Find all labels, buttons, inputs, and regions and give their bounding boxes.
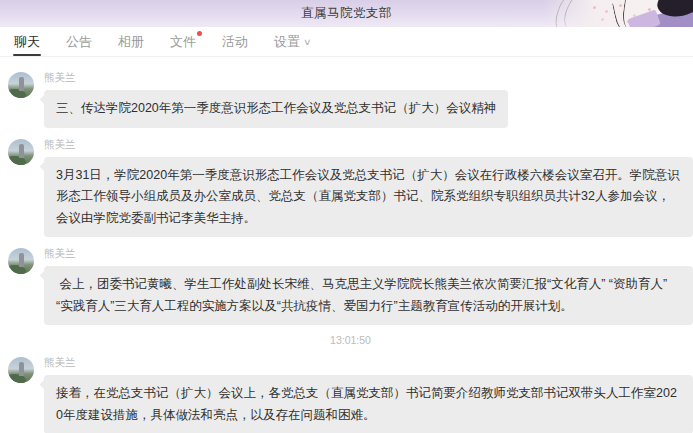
avatar[interactable] [8, 72, 34, 98]
tab-announcement-label: 公告 [66, 33, 92, 51]
avatar[interactable] [8, 139, 34, 165]
timestamp: 13:01:50 [8, 334, 693, 346]
avatar-landscape [19, 253, 24, 267]
sender-name[interactable]: 熊美兰 [44, 356, 693, 370]
message-row: 熊美兰 3月31日，学院2020年第一季度意识形态工作会议及党总支书记（扩大）会… [8, 137, 693, 238]
message-bubble[interactable]: 会上，团委书记黄曦、学生工作处副处长宋维、马克思主义学院院长熊美兰依次简要汇报“… [44, 266, 693, 325]
tab-chat[interactable]: 聊天 [14, 27, 40, 56]
message-row: 熊美兰 接着，在党总支书记（扩大）会议上，各党总支（直属党支部）书记简要介绍教师… [8, 355, 693, 433]
message-row: 熊美兰 三、传达学院2020年第一季度意识形态工作会议及党总支书记（扩大）会议精… [8, 70, 693, 128]
new-content-badge-dot [197, 31, 202, 36]
message-row: 熊美兰 会上，团委书记黄曦、学生工作处副处长宋维、马克思主义学院院长熊美兰依次简… [8, 246, 693, 325]
tab-announcement[interactable]: 公告 [66, 27, 92, 56]
message-bubble[interactable]: 三、传达学院2020年第一季度意识形态工作会议及党总支书记（扩大）会议精神 [44, 90, 508, 128]
tab-files-label: 文件 [170, 33, 196, 51]
tab-activity[interactable]: 活动 [222, 27, 248, 56]
avatar-landscape [19, 77, 24, 91]
tab-bar: 聊天 公告 相册 文件 活动 设置 ∨ [0, 27, 693, 57]
message-bubble[interactable]: 接着，在党总支书记（扩大）会议上，各党总支（直属党支部）书记简要介绍教师党支部书… [44, 375, 693, 433]
avatar[interactable] [8, 248, 34, 274]
tab-settings-label: 设置 [274, 33, 300, 51]
chevron-down-icon: ∨ [303, 37, 312, 47]
sender-name[interactable]: 熊美兰 [44, 247, 693, 261]
tab-settings[interactable]: 设置 ∨ [274, 27, 311, 56]
avatar-landscape [19, 144, 24, 158]
tab-activity-label: 活动 [222, 33, 248, 51]
sender-name[interactable]: 熊美兰 [44, 138, 693, 152]
tab-files[interactable]: 文件 [170, 27, 196, 56]
sender-name[interactable]: 熊美兰 [44, 71, 693, 85]
chat-area: 熊美兰 三、传达学院2020年第一季度意识形态工作会议及党总支书记（扩大）会议精… [0, 57, 693, 433]
tab-chat-label: 聊天 [14, 33, 40, 51]
avatar[interactable] [8, 357, 34, 383]
avatar-landscape [19, 362, 24, 376]
tab-album[interactable]: 相册 [118, 27, 144, 56]
group-title: 直属马院党支部 [0, 0, 693, 27]
message-bubble[interactable]: 3月31日，学院2020年第一季度意识形态工作会议及党总支书记（扩大）会议在行政… [44, 157, 693, 238]
tab-album-label: 相册 [118, 33, 144, 51]
group-banner: 直属马院党支部 [0, 0, 693, 27]
